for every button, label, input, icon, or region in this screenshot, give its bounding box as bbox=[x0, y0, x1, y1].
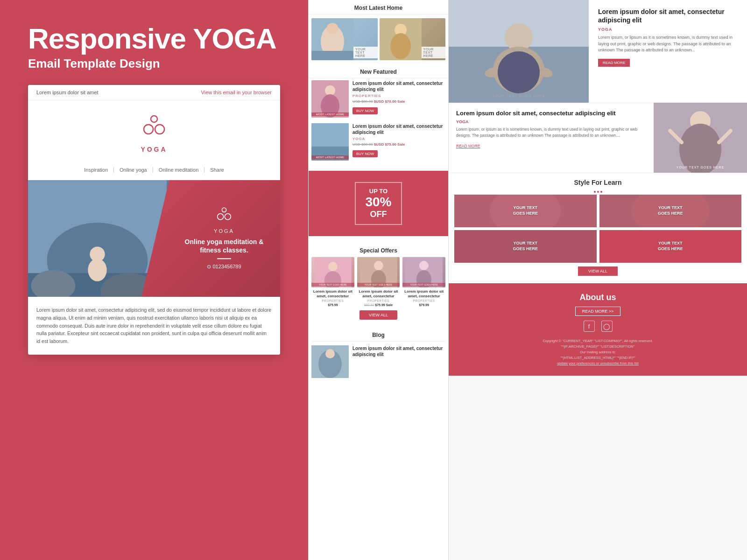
dot1 bbox=[594, 191, 596, 193]
blog-text: Lorem ipsum dolor sit amet, consectetur … bbox=[352, 345, 445, 357]
svg-point-21 bbox=[325, 85, 335, 96]
style-learn-title: Style For Learn bbox=[454, 179, 741, 186]
right-bottom-right: YOUR TEXT GOES HERE bbox=[654, 103, 747, 173]
left-panel: Responsive YOGA Email Template Design Lo… bbox=[0, 0, 308, 560]
nav-inspiration[interactable]: Inspiration bbox=[78, 167, 114, 173]
article2-read-more[interactable]: READ MORE bbox=[456, 144, 480, 148]
latest-overlay-2: YOUR TEXT HERE bbox=[422, 47, 445, 58]
email-header-left: Lorem ipsum dolor sit amet bbox=[36, 90, 99, 95]
special-view-all-btn[interactable]: VIEW ALL bbox=[359, 310, 397, 320]
style-item-4: YOUR TEXTGOES HERE bbox=[599, 230, 742, 263]
yoga-logo-icon bbox=[140, 114, 168, 140]
about-section: About us READ MORE >> f ◯ Copyright © "C… bbox=[449, 283, 747, 376]
promo-border-box: UP TO 30% OFF bbox=[355, 182, 402, 225]
email-hero-content: YOGA Online yoga meditation & fitness cl… bbox=[177, 207, 271, 270]
featured-product-2: MOST LATEST HOME Lorem ipsum dolor sit a… bbox=[311, 123, 445, 161]
promo-up-to: UP TO bbox=[365, 188, 391, 195]
style-learn-section: Style For Learn YOUR TEXTGOES HERE bbox=[449, 173, 747, 283]
sp3-tag: PROPERTIES bbox=[402, 299, 445, 302]
small-logo-text: YOGA bbox=[177, 228, 271, 234]
svg-point-26 bbox=[328, 262, 338, 271]
style-item-4-label: YOUR TEXTGOES HERE bbox=[658, 241, 683, 252]
right-bottom: Lorem ipsum dolor sit amet, consectetur … bbox=[449, 103, 747, 173]
dot2 bbox=[597, 191, 599, 193]
svg-point-19 bbox=[390, 33, 411, 59]
special-product-2-img: YOUR TEXT GOES HERE bbox=[357, 257, 400, 287]
promo-percent: 30% bbox=[365, 195, 391, 210]
latest-image-row: YOUR TEXT HERE YOUR TEXT HERE bbox=[309, 14, 448, 64]
special-product-3-img: YOUR TEXT GOES HERE bbox=[402, 257, 445, 287]
product-1-info: Lorem ipsum dolor sit amet, consectetur … bbox=[352, 80, 445, 114]
svg-point-11 bbox=[218, 214, 224, 220]
email-body-text: Lorem ipsum dolor sit amet, consectetur … bbox=[28, 297, 280, 355]
sp3-title: Lorem ipsum dolor sit amet, consectetur bbox=[402, 289, 445, 298]
nav-share[interactable]: Share bbox=[204, 167, 229, 173]
right-panel-scroll: YOUR TEXT GOES HERE Lorem ipsum dolor si… bbox=[449, 0, 747, 376]
social-icons: f ◯ bbox=[458, 321, 738, 332]
right-article-1: Lorem ipsum dolor sit amet, consectetur … bbox=[589, 0, 747, 103]
email-nav: Inspiration Online yoga Online meditatio… bbox=[28, 162, 280, 180]
style-view-all-btn[interactable]: VIEW ALL bbox=[578, 266, 618, 276]
most-latest-title: Most Latest Home bbox=[309, 0, 448, 14]
promo-banner: UP TO 30% OFF bbox=[309, 171, 448, 236]
right-top: YOUR TEXT GOES HERE Lorem ipsum dolor si… bbox=[449, 0, 747, 103]
new-featured-title: New Featured bbox=[309, 64, 448, 78]
footer-unsubscribe-link[interactable]: update your preferences or unsubscribe f… bbox=[557, 361, 639, 365]
email-view-link[interactable]: View this email in your browser bbox=[201, 90, 272, 95]
footer-text: Copyright © "CURRENT_YEAR" "LIST:COMPANY… bbox=[458, 338, 738, 366]
nav-meditation[interactable]: Online meditation bbox=[153, 167, 205, 173]
sp2-tag: PROPERTIES bbox=[357, 299, 400, 302]
sp2-price: $80.90 $75.99 Sale bbox=[357, 303, 400, 307]
latest-img-1: YOUR TEXT HERE bbox=[311, 18, 378, 60]
sp2-overlay: YOUR TEXT GOES HERE bbox=[357, 283, 400, 287]
sp2-title: Lorem ipsum dolor sit amet, consectetur bbox=[357, 289, 400, 298]
article1-read-more[interactable]: READ MORE bbox=[598, 59, 630, 67]
article2-title: Lorem ipsum dolor sit amet, consectetur … bbox=[456, 110, 646, 118]
special-product-3: YOUR TEXT GOES HERE Lorem ipsum dolor si… bbox=[402, 257, 445, 307]
hero-phone: ⊙ 0123456789 bbox=[177, 264, 271, 270]
right-panel: YOUR TEXT GOES HERE Lorem ipsum dolor si… bbox=[448, 0, 747, 560]
latest-overlay-1: YOUR TEXT HERE bbox=[353, 47, 377, 58]
article2-tag: YOGA bbox=[456, 119, 646, 124]
product-2-tag: YOGA bbox=[352, 137, 445, 141]
right-small-img: YOUR TEXT GOES HERE bbox=[654, 103, 747, 173]
nav-online-yoga[interactable]: Online yoga bbox=[114, 167, 153, 173]
right-main-img: YOUR TEXT GOES HERE bbox=[449, 0, 589, 103]
middle-panel: Most Latest Home YOUR TEXT HERE YOUR TEX… bbox=[308, 0, 448, 560]
style-item-2: YOUR TEXTGOES HERE bbox=[599, 195, 742, 227]
facebook-icon[interactable]: f bbox=[584, 321, 595, 332]
small-img-overlay: YOUR TEXT GOES HERE bbox=[654, 166, 747, 169]
hero-divider bbox=[217, 259, 231, 259]
product-1-new-price: $USD $70.00 Sale bbox=[374, 99, 405, 104]
special-offers-title: Special Offers bbox=[311, 243, 445, 257]
product-2-new-price: $USD $75.00 Sale bbox=[374, 142, 405, 147]
svg-point-12 bbox=[225, 214, 231, 220]
svg-point-43 bbox=[498, 51, 540, 93]
article1-body: Lorem ipsum, or lipsum as it is sometime… bbox=[598, 35, 738, 54]
svg-point-8 bbox=[88, 259, 107, 281]
product-1-price: USD $80.00 $USD $70.00 Sale bbox=[352, 99, 445, 104]
svg-point-36 bbox=[325, 349, 335, 358]
product-1-tag: PROPERTIES bbox=[352, 94, 445, 98]
hero-tagline: Online yoga meditation & fitness classes… bbox=[177, 238, 271, 254]
svg-point-10 bbox=[222, 208, 226, 212]
svg-point-29 bbox=[374, 261, 383, 270]
product-2-buy-btn[interactable]: BUY NOW bbox=[352, 150, 378, 157]
blog-title: Blog bbox=[311, 327, 445, 342]
instagram-icon[interactable]: ◯ bbox=[601, 321, 613, 332]
sp1-price: $75.99 bbox=[311, 303, 354, 307]
about-read-more-btn[interactable]: READ MORE >> bbox=[575, 307, 621, 316]
special-offers-section: Special Offers YOUR TEXT GOES HERE Lorem… bbox=[309, 239, 448, 324]
svg-point-1 bbox=[144, 125, 153, 134]
article1-tag: YOGA bbox=[598, 27, 738, 32]
sp1-tag: PROPERTIES bbox=[311, 299, 354, 302]
sp2-old-price: $80.90 bbox=[364, 303, 374, 307]
product-1-buy-btn[interactable]: BUY NOW bbox=[352, 107, 378, 114]
product-2-info: Lorem ipsum dolor sit amet, consectetur … bbox=[352, 123, 445, 157]
promo-off: OFF bbox=[365, 210, 391, 219]
latest-img-2: YOUR TEXT HERE bbox=[380, 18, 446, 60]
right-main-img-overlay: YOUR TEXT GOES HERE bbox=[449, 94, 589, 98]
special-product-1: YOUR TEXT GOES HERE Lorem ipsum dolor si… bbox=[311, 257, 354, 307]
special-products-row: YOUR TEXT GOES HERE Lorem ipsum dolor si… bbox=[311, 257, 445, 307]
email-logo-text: YOGA bbox=[37, 146, 271, 153]
